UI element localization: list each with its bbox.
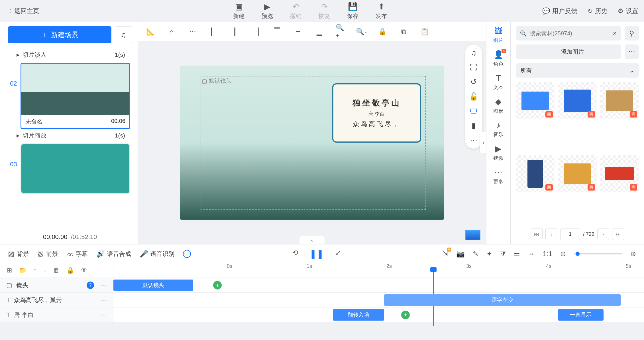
save-action[interactable]: 💾保存 [347, 3, 358, 20]
new-action[interactable]: ▣新建 [233, 3, 244, 20]
add-clip-button[interactable]: + [213, 281, 222, 290]
add-track-icon[interactable]: ⊞ [7, 267, 12, 274]
settings-button[interactable]: ⚙设置 [618, 7, 638, 15]
pause-button[interactable]: ❚❚ [309, 249, 324, 259]
asset-item[interactable]: 商 [516, 155, 555, 192]
category-video[interactable]: ▶视频 [493, 144, 504, 161]
more-horizontal-icon[interactable]: ⋯ [188, 27, 197, 36]
category-role[interactable]: 👤N角色 [493, 50, 504, 67]
export-button[interactable]: ⇲V [443, 250, 448, 258]
display-tool-icon[interactable]: 🖵 [470, 107, 477, 116]
unlock-tool-icon[interactable]: 🔓 [469, 92, 478, 101]
delete-track-icon[interactable]: 🗑 [53, 267, 60, 274]
scene-music-button[interactable]: ♫ [115, 26, 132, 43]
focus-tool-icon[interactable]: ⛶ [470, 63, 477, 72]
back-button[interactable]: 〈 返回主页 [6, 7, 39, 15]
align-right-icon[interactable]: ▕ [251, 27, 260, 36]
zoom-slider[interactable] [574, 253, 622, 254]
preview-action[interactable]: ▶预览 [262, 3, 273, 20]
ruler-icon[interactable]: 📐 [146, 27, 155, 36]
zoom-in-icon[interactable]: 🔍+ [336, 27, 345, 36]
mobile-tool-icon[interactable]: ▮ [472, 121, 476, 130]
mini-monitor[interactable] [465, 230, 480, 240]
page-input[interactable] [560, 228, 580, 240]
feedback-button[interactable]: 💬用户反馈 [542, 7, 577, 15]
snapshot-button[interactable]: 📷 [456, 250, 465, 258]
clip-menu-icon[interactable]: — [637, 297, 642, 303]
music-tool-icon[interactable]: ♫ [471, 48, 476, 57]
one-to-one-button[interactable]: 1:1 [543, 250, 552, 258]
track-menu-icon[interactable]: ⋯ [101, 311, 107, 318]
lock-track-icon[interactable]: 🔒 [66, 267, 74, 274]
more-tabs-icon[interactable]: ⋯ [183, 250, 191, 258]
poem-text-element[interactable]: 独坐敬亭山 唐 李白 众鸟高飞尽， [332, 83, 421, 143]
funnel-button[interactable]: ⧩ [500, 250, 506, 258]
track-menu-icon[interactable]: ⋯ [101, 282, 107, 289]
fit-width-button[interactable]: ↔ [528, 250, 535, 258]
page-last-button[interactable]: ⏭ [612, 228, 624, 240]
category-music[interactable]: ♪音乐 [493, 121, 504, 138]
background-tab[interactable]: ▨背景 [8, 250, 29, 258]
foreground-tab[interactable]: ▧前景 [37, 250, 58, 258]
zoom-out-timeline[interactable]: ⊖ [560, 250, 566, 258]
category-text[interactable]: T文本 [493, 74, 504, 91]
add-clip-button[interactable]: + [401, 311, 410, 319]
redo-action[interactable]: ↷恢复 [319, 3, 330, 20]
edit-button[interactable]: ✎ [473, 250, 478, 258]
scene-thumbnail-selected[interactable]: 未命名 00:06 [21, 63, 130, 129]
effects-button[interactable]: ✦ [486, 250, 492, 258]
align-bottom-icon[interactable]: ▁ [315, 27, 324, 36]
sort-up-icon[interactable]: ↑ [33, 267, 36, 274]
filter-button[interactable]: ⚲ [625, 26, 639, 41]
category-image[interactable]: 🖼图片 [493, 26, 504, 44]
align-top-icon[interactable]: ▔ [272, 27, 282, 36]
collapse-canvas-button[interactable]: ⌄ [299, 236, 325, 244]
category-dropdown[interactable]: 所有 ⌄ [516, 63, 639, 78]
paste-icon[interactable]: 📋 [420, 27, 429, 36]
scene-list[interactable]: ▸ 切片淡入 1(s) 02 未命名 00:06 ▸ 切片缩放 1(s) [8, 48, 132, 230]
entrance-clip[interactable]: 翻转入场 [333, 309, 384, 321]
visibility-icon[interactable]: 👁 [81, 267, 87, 274]
page-prev-button[interactable]: ‹ [545, 228, 557, 240]
asr-tab[interactable]: 🎤语音识别 [140, 250, 174, 258]
tts-tab[interactable]: 🔊语音合成 [96, 250, 131, 258]
asset-item[interactable]: 商 [558, 155, 597, 192]
display-clip[interactable]: 一直显示 [558, 309, 604, 321]
more-add-button[interactable]: ⋯ [625, 44, 639, 59]
asset-item[interactable]: 商 [558, 82, 597, 119]
lock-icon[interactable]: 🔒 [378, 27, 387, 36]
align-middle-icon[interactable]: ━ [294, 27, 303, 36]
zoom-in-timeline[interactable]: ⊕ [630, 250, 636, 258]
align-left-icon[interactable]: ▏ [209, 27, 218, 36]
more-tool-icon[interactable]: ⋯ [470, 136, 477, 145]
page-first-button[interactable]: ⏮ [531, 228, 543, 240]
subtitle-tab[interactable]: ㏄字幕 [67, 249, 88, 258]
text-effect-clip[interactable]: 逐字渐变 [384, 294, 621, 306]
home-icon[interactable]: ⌂ [167, 27, 176, 36]
copy-icon[interactable]: ⧉ [399, 27, 408, 36]
camera-clip[interactable]: 默认镜头 [113, 280, 193, 291]
scene-thumbnail[interactable] [21, 143, 130, 194]
asset-item[interactable]: 商 [600, 155, 639, 192]
page-next-button[interactable]: › [597, 228, 609, 240]
publish-action[interactable]: ⬆发布 [376, 3, 387, 20]
zoom-out-icon[interactable]: 🔍- [357, 27, 366, 36]
category-shape[interactable]: ◆图形 [493, 97, 504, 114]
asset-item[interactable]: 商 [516, 82, 555, 119]
align-center-icon[interactable]: ┃ [230, 27, 239, 36]
expand-handle[interactable]: › [480, 132, 486, 153]
track-menu-icon[interactable]: ⋯ [101, 297, 107, 303]
history-button[interactable]: ↻历史 [588, 7, 608, 15]
clear-search-icon[interactable]: ✕ [612, 30, 617, 37]
rewind-button[interactable]: ⟲ [292, 249, 298, 259]
add-folder-icon[interactable]: 📁 [19, 267, 27, 274]
category-more[interactable]: ⋯更多 [493, 168, 504, 185]
canvas[interactable]: ▢ 默认镜头 独坐敬亭山 唐 李白 众鸟高飞尽， [180, 66, 444, 220]
undo-action[interactable]: ↶撤销 [290, 3, 301, 20]
asset-item[interactable]: 商 [600, 82, 639, 119]
help-icon[interactable]: ? [87, 282, 94, 289]
rotate-tool-icon[interactable]: ↺ [470, 78, 477, 86]
adjust-button[interactable]: ⚌ [514, 250, 520, 258]
sort-down-icon[interactable]: ↓ [43, 267, 46, 274]
add-image-button[interactable]: ＋添加图片 [516, 44, 621, 59]
